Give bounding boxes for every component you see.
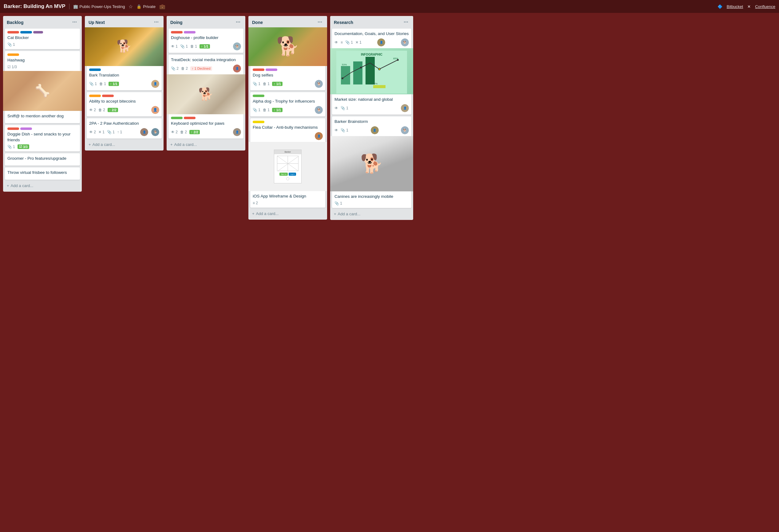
card-canines-mobile[interactable]: 🐕 Canines are increasingly mobile 📎 1 (332, 139, 411, 208)
wireframe-image-container: Barker Sign Up Log In (248, 142, 327, 191)
label-red (7, 127, 19, 130)
documentation-x: ✕ 1 (355, 40, 362, 45)
label-red (102, 94, 114, 97)
svg-rect-4 (341, 66, 350, 84)
flea-collar-labels (253, 121, 323, 123)
label-green (253, 94, 264, 97)
flea-collar-title: Flea Collar - Anti-bully mechanisms (253, 125, 323, 131)
groomer-title: Groomer - Pro features/upgrade (7, 156, 77, 161)
card-flea-collar[interactable]: Flea Collar - Anti-bully mechanisms 👤 (250, 118, 325, 142)
card-brainstorm[interactable]: Barker Brainstorm 👁 📎 1 👤 🐕 (332, 116, 411, 137)
bark-content: Bark Translation 📎 1 🗑 1 ↑ 1/1 👤 (87, 68, 162, 88)
doggie-dish-title: Doggie Dish - send snacks to your friend… (7, 131, 77, 143)
treatdeck-avatar: 👤 (233, 65, 241, 72)
confluence-icon: ✕ (747, 4, 751, 9)
bark-image: 🐕 (85, 26, 164, 66)
doghouse-title: Doghouse - profile builder (171, 35, 241, 41)
column-header-up-next: Up Next ··· (85, 16, 164, 27)
card-doggie-dish[interactable]: Doggie Dish - send snacks to your friend… (5, 125, 80, 152)
alpha-dog-avatar: 🐕 (315, 106, 323, 114)
2pa-avatar2: 🐕 (151, 128, 159, 136)
label-blue2 (33, 31, 43, 34)
column-header-doing: Doing ··· (167, 16, 245, 27)
doing-add-card[interactable]: + Add a card... (168, 140, 244, 149)
frisbee-title: Throw virtual frisbee to followers (7, 170, 77, 176)
board-title: Barker: Building An MVP (4, 3, 65, 9)
backlog-menu-icon[interactable]: ··· (71, 19, 78, 25)
research-cards: Documentation, Goals, and User Stories 👁… (330, 27, 413, 209)
up-next-add-card[interactable]: + Add a card... (86, 140, 162, 149)
card-frisbee[interactable]: Throw virtual frisbee to followers (5, 168, 80, 180)
plus-icon: + (88, 142, 91, 147)
card-2pa[interactable]: 2PA - 2 Paw Authentication 👁 2 ✕ 1 📎 1 ↑… (87, 118, 162, 139)
card-cat-blocker[interactable]: Cat Blocker 📎 1 (5, 28, 80, 49)
workspace-item[interactable]: 🏢 Public Power-Ups Testing (73, 4, 125, 9)
doghouse-trash: 🗑 1 (190, 44, 197, 49)
doghouse-labels (171, 31, 241, 34)
dog-selfies-badge: ↑ 1/1 (272, 82, 283, 86)
done-menu-icon[interactable]: ··· (316, 19, 323, 25)
paperclip-icon: 📎 (7, 43, 12, 47)
card-alpha-dog[interactable]: Alpha dog - Trophy for influencers 📎 1 🗑… (250, 92, 325, 116)
research-add-card[interactable]: + Add a card... (332, 210, 412, 218)
keyboard-content: Keyboard optimized for paws 👁 2 🗑 2 ↑ 2/… (169, 117, 243, 136)
backlog-add-card[interactable]: + Add a card... (4, 182, 80, 190)
alpha-dog-labels (253, 94, 323, 97)
card-sniff[interactable]: 🦴 Sniff@ to mention another dog (5, 73, 80, 123)
doghouse-eye: 👁 1 (171, 44, 178, 49)
chihuahua-image: 🐕 (248, 26, 327, 66)
svg-text:53%: 53% (342, 63, 347, 66)
card-treatdeck[interactable]: TreatDeck: social media integration 📎 2 … (169, 55, 243, 75)
done-add-card[interactable]: + Add a card... (250, 209, 326, 218)
treatdeck-declined: ↑ 1 Declined (190, 66, 212, 71)
visibility-item[interactable]: 🔒 Private (136, 4, 155, 9)
documentation-avatar2: 🐕 (401, 39, 409, 46)
dog-selfies-title: Dog selfies (253, 72, 323, 78)
app-header: Barker: Building An MVP 🏢 Public Power-U… (0, 0, 779, 13)
doggie-dish-meta: 📎 1 ☑ 3/3 (7, 144, 77, 149)
alpha-dog-title: Alpha dog - Trophy for influencers (253, 98, 323, 105)
card-market-size[interactable]: INFOGRAPHIC 53% 85% 2 (332, 51, 411, 115)
up-next-menu-icon[interactable]: ··· (153, 19, 160, 25)
bitecoins-badge: ↑ 2/2 (108, 108, 118, 112)
bitecoins-trash: 🗑 2 (98, 108, 105, 112)
doggie-dish-labels (7, 127, 77, 130)
done-title: Done (252, 20, 263, 25)
card-documentation[interactable]: Documentation, Goals, and User Stories 👁… (332, 28, 411, 49)
card-groomer[interactable]: Groomer - Pro features/upgrade (5, 153, 80, 165)
research-menu-icon[interactable]: ··· (403, 19, 410, 25)
check-icon: ☑ (7, 65, 11, 69)
card-bark-translation[interactable]: 🐕 Bark Translation 📎 1 🗑 1 ↑ 1/1 👤 (87, 28, 162, 90)
bark-attachments: 📎 1 (89, 82, 97, 86)
beagle-image: 🐕 (85, 26, 164, 66)
card-keyboard[interactable]: 🐕 Keyboard optimized for paws 👁 2 🗑 2 ↑ … (169, 77, 243, 139)
confluence-link[interactable]: Confluence (755, 4, 775, 9)
card-doghouse[interactable]: Doghouse - profile builder 👁 1 📎 1 🗑 1 ↑… (169, 28, 243, 53)
canines-meta: 📎 1 (335, 201, 409, 205)
canines-image: 🐕 (330, 136, 413, 191)
hashwag-checklist: ☑ 1/3 (7, 65, 17, 69)
card-dog-selfies[interactable]: 🐕 Dog selfies 📎 1 🗑 1 ↑ 1/1 🐕 (250, 28, 325, 90)
bark-labels (89, 68, 159, 71)
card-ios-wireframe[interactable]: Barker Sign Up Log In (250, 144, 325, 208)
bitecoins-avatar: 👤 (151, 106, 159, 114)
bitecoins-labels (89, 94, 159, 97)
doghouse-attachments: 📎 1 (180, 44, 188, 49)
svg-rect-5 (353, 61, 362, 84)
bag-icon[interactable]: 💼 (159, 4, 165, 9)
bark-badge: ↑ 1/1 (109, 82, 119, 86)
alpha-dog-attachments: 📎 1 (253, 108, 260, 112)
market-size-avatar: 👤 (401, 104, 409, 112)
bitbucket-link[interactable]: Bitbucket (727, 4, 743, 9)
svg-text:INFOGRAPHIC: INFOGRAPHIC (361, 53, 382, 56)
column-header-research: Research ··· (330, 16, 413, 27)
star-icon[interactable]: ☆ (128, 4, 133, 9)
svg-line-0 (277, 156, 299, 171)
jack-russell-image: 🐕 (167, 74, 245, 114)
doing-menu-icon[interactable]: ··· (235, 19, 242, 25)
label-purple (20, 127, 32, 130)
card-hashwag[interactable]: Hashwag ☑ 1/3 (5, 51, 80, 72)
card-bitecoins[interactable]: Ability to accept bitecoins 👁 2 🗑 2 ↑ 2/… (87, 92, 162, 116)
plus-icon: + (252, 211, 254, 216)
flea-collar-meta: 👤 (253, 132, 323, 140)
